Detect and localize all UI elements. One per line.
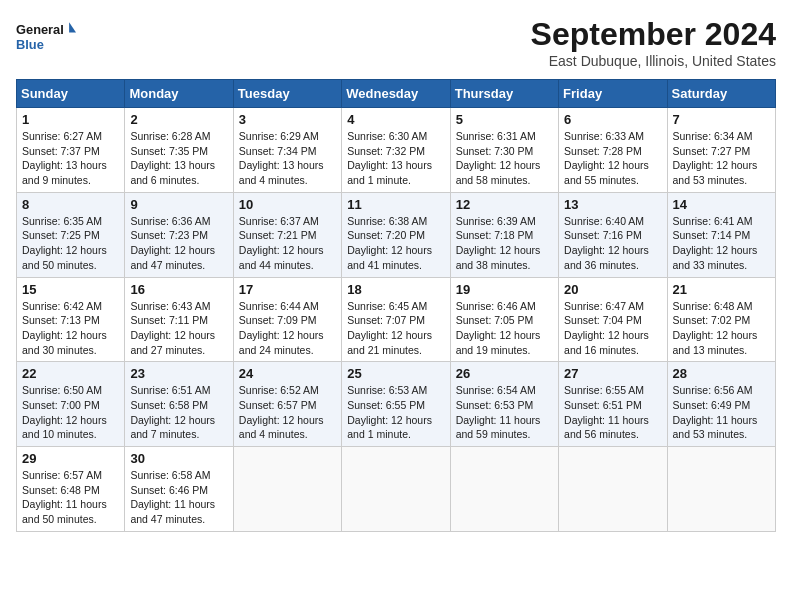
day-number: 26 <box>456 366 553 381</box>
cell-content: Sunrise: 6:46 AMSunset: 7:05 PMDaylight:… <box>456 299 553 358</box>
cell-content: Sunrise: 6:33 AMSunset: 7:28 PMDaylight:… <box>564 129 661 188</box>
calendar-cell: 21Sunrise: 6:48 AMSunset: 7:02 PMDayligh… <box>667 277 775 362</box>
calendar-cell: 2Sunrise: 6:28 AMSunset: 7:35 PMDaylight… <box>125 108 233 193</box>
calendar-cell: 19Sunrise: 6:46 AMSunset: 7:05 PMDayligh… <box>450 277 558 362</box>
calendar-week-row: 8Sunrise: 6:35 AMSunset: 7:25 PMDaylight… <box>17 192 776 277</box>
calendar-cell: 9Sunrise: 6:36 AMSunset: 7:23 PMDaylight… <box>125 192 233 277</box>
cell-content: Sunrise: 6:31 AMSunset: 7:30 PMDaylight:… <box>456 129 553 188</box>
cell-content: Sunrise: 6:42 AMSunset: 7:13 PMDaylight:… <box>22 299 119 358</box>
calendar-cell <box>559 447 667 532</box>
cell-content: Sunrise: 6:54 AMSunset: 6:53 PMDaylight:… <box>456 383 553 442</box>
cell-content: Sunrise: 6:29 AMSunset: 7:34 PMDaylight:… <box>239 129 336 188</box>
day-number: 29 <box>22 451 119 466</box>
calendar-cell: 15Sunrise: 6:42 AMSunset: 7:13 PMDayligh… <box>17 277 125 362</box>
calendar-cell: 7Sunrise: 6:34 AMSunset: 7:27 PMDaylight… <box>667 108 775 193</box>
cell-content: Sunrise: 6:37 AMSunset: 7:21 PMDaylight:… <box>239 214 336 273</box>
day-number: 25 <box>347 366 444 381</box>
calendar-cell: 12Sunrise: 6:39 AMSunset: 7:18 PMDayligh… <box>450 192 558 277</box>
day-number: 11 <box>347 197 444 212</box>
calendar-cell: 30Sunrise: 6:58 AMSunset: 6:46 PMDayligh… <box>125 447 233 532</box>
calendar-week-row: 29Sunrise: 6:57 AMSunset: 6:48 PMDayligh… <box>17 447 776 532</box>
day-number: 18 <box>347 282 444 297</box>
calendar-cell: 22Sunrise: 6:50 AMSunset: 7:00 PMDayligh… <box>17 362 125 447</box>
calendar-cell: 28Sunrise: 6:56 AMSunset: 6:49 PMDayligh… <box>667 362 775 447</box>
day-number: 20 <box>564 282 661 297</box>
cell-content: Sunrise: 6:43 AMSunset: 7:11 PMDaylight:… <box>130 299 227 358</box>
day-number: 28 <box>673 366 770 381</box>
calendar-cell: 25Sunrise: 6:53 AMSunset: 6:55 PMDayligh… <box>342 362 450 447</box>
calendar-week-row: 1Sunrise: 6:27 AMSunset: 7:37 PMDaylight… <box>17 108 776 193</box>
calendar-cell <box>233 447 341 532</box>
cell-content: Sunrise: 6:28 AMSunset: 7:35 PMDaylight:… <box>130 129 227 188</box>
day-number: 5 <box>456 112 553 127</box>
day-number: 14 <box>673 197 770 212</box>
day-number: 3 <box>239 112 336 127</box>
svg-text:General: General <box>16 22 64 37</box>
day-number: 24 <box>239 366 336 381</box>
cell-content: Sunrise: 6:56 AMSunset: 6:49 PMDaylight:… <box>673 383 770 442</box>
calendar-cell: 13Sunrise: 6:40 AMSunset: 7:16 PMDayligh… <box>559 192 667 277</box>
svg-marker-1 <box>69 22 76 32</box>
calendar-cell: 3Sunrise: 6:29 AMSunset: 7:34 PMDaylight… <box>233 108 341 193</box>
day-number: 23 <box>130 366 227 381</box>
logo-svg: General Blue <box>16 16 76 56</box>
day-number: 22 <box>22 366 119 381</box>
calendar-cell: 26Sunrise: 6:54 AMSunset: 6:53 PMDayligh… <box>450 362 558 447</box>
calendar-header-row: SundayMondayTuesdayWednesdayThursdayFrid… <box>17 80 776 108</box>
cell-content: Sunrise: 6:38 AMSunset: 7:20 PMDaylight:… <box>347 214 444 273</box>
cell-content: Sunrise: 6:36 AMSunset: 7:23 PMDaylight:… <box>130 214 227 273</box>
cell-content: Sunrise: 6:35 AMSunset: 7:25 PMDaylight:… <box>22 214 119 273</box>
day-number: 13 <box>564 197 661 212</box>
calendar-cell: 20Sunrise: 6:47 AMSunset: 7:04 PMDayligh… <box>559 277 667 362</box>
calendar-header-tuesday: Tuesday <box>233 80 341 108</box>
day-number: 10 <box>239 197 336 212</box>
location: East Dubuque, Illinois, United States <box>531 53 776 69</box>
cell-content: Sunrise: 6:30 AMSunset: 7:32 PMDaylight:… <box>347 129 444 188</box>
calendar-cell <box>667 447 775 532</box>
calendar-cell: 4Sunrise: 6:30 AMSunset: 7:32 PMDaylight… <box>342 108 450 193</box>
calendar-week-row: 15Sunrise: 6:42 AMSunset: 7:13 PMDayligh… <box>17 277 776 362</box>
day-number: 8 <box>22 197 119 212</box>
day-number: 2 <box>130 112 227 127</box>
cell-content: Sunrise: 6:50 AMSunset: 7:00 PMDaylight:… <box>22 383 119 442</box>
day-number: 9 <box>130 197 227 212</box>
calendar-header-thursday: Thursday <box>450 80 558 108</box>
day-number: 12 <box>456 197 553 212</box>
page-header: General Blue September 2024 East Dubuque… <box>16 16 776 69</box>
calendar-cell <box>342 447 450 532</box>
calendar-cell: 14Sunrise: 6:41 AMSunset: 7:14 PMDayligh… <box>667 192 775 277</box>
cell-content: Sunrise: 6:52 AMSunset: 6:57 PMDaylight:… <box>239 383 336 442</box>
calendar-cell: 17Sunrise: 6:44 AMSunset: 7:09 PMDayligh… <box>233 277 341 362</box>
calendar-cell: 18Sunrise: 6:45 AMSunset: 7:07 PMDayligh… <box>342 277 450 362</box>
cell-content: Sunrise: 6:53 AMSunset: 6:55 PMDaylight:… <box>347 383 444 442</box>
day-number: 7 <box>673 112 770 127</box>
cell-content: Sunrise: 6:48 AMSunset: 7:02 PMDaylight:… <box>673 299 770 358</box>
calendar-cell: 10Sunrise: 6:37 AMSunset: 7:21 PMDayligh… <box>233 192 341 277</box>
day-number: 16 <box>130 282 227 297</box>
calendar-header-sunday: Sunday <box>17 80 125 108</box>
svg-text:Blue: Blue <box>16 37 44 52</box>
cell-content: Sunrise: 6:27 AMSunset: 7:37 PMDaylight:… <box>22 129 119 188</box>
calendar-cell <box>450 447 558 532</box>
day-number: 19 <box>456 282 553 297</box>
calendar-header-wednesday: Wednesday <box>342 80 450 108</box>
day-number: 6 <box>564 112 661 127</box>
calendar-cell: 27Sunrise: 6:55 AMSunset: 6:51 PMDayligh… <box>559 362 667 447</box>
day-number: 1 <box>22 112 119 127</box>
calendar-cell: 6Sunrise: 6:33 AMSunset: 7:28 PMDaylight… <box>559 108 667 193</box>
day-number: 17 <box>239 282 336 297</box>
cell-content: Sunrise: 6:51 AMSunset: 6:58 PMDaylight:… <box>130 383 227 442</box>
calendar-cell: 23Sunrise: 6:51 AMSunset: 6:58 PMDayligh… <box>125 362 233 447</box>
day-number: 30 <box>130 451 227 466</box>
calendar-table: SundayMondayTuesdayWednesdayThursdayFrid… <box>16 79 776 532</box>
day-number: 15 <box>22 282 119 297</box>
calendar-cell: 8Sunrise: 6:35 AMSunset: 7:25 PMDaylight… <box>17 192 125 277</box>
calendar-header-monday: Monday <box>125 80 233 108</box>
cell-content: Sunrise: 6:39 AMSunset: 7:18 PMDaylight:… <box>456 214 553 273</box>
cell-content: Sunrise: 6:34 AMSunset: 7:27 PMDaylight:… <box>673 129 770 188</box>
cell-content: Sunrise: 6:40 AMSunset: 7:16 PMDaylight:… <box>564 214 661 273</box>
logo: General Blue <box>16 16 76 56</box>
cell-content: Sunrise: 6:44 AMSunset: 7:09 PMDaylight:… <box>239 299 336 358</box>
day-number: 21 <box>673 282 770 297</box>
calendar-cell: 11Sunrise: 6:38 AMSunset: 7:20 PMDayligh… <box>342 192 450 277</box>
